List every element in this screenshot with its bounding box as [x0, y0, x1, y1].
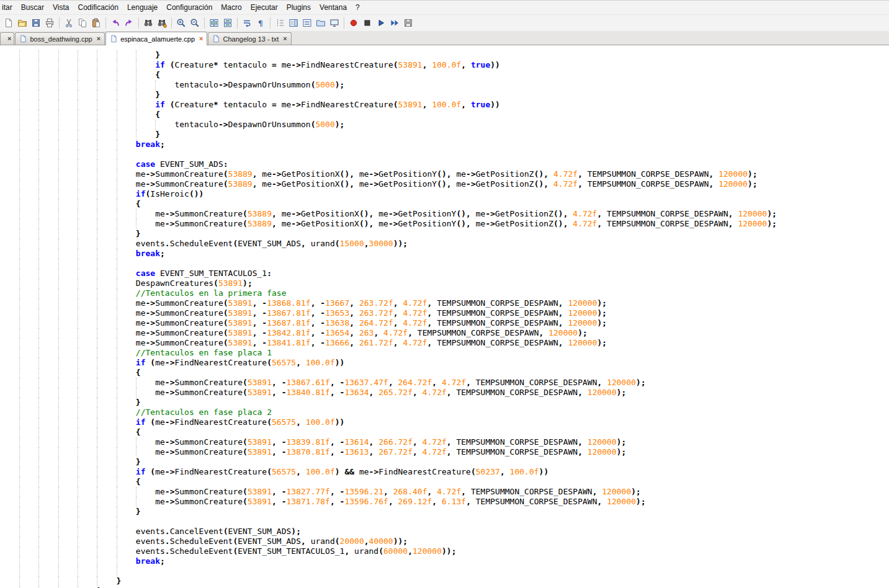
indent-guide: [78, 110, 78, 120]
code-line: }: [0, 507, 889, 517]
indent-guide: [19, 527, 20, 537]
indent-guide: [117, 259, 117, 269]
indent-guide: [38, 556, 39, 566]
macro-stop-button[interactable]: [360, 16, 374, 30]
menu-item-lenguaje[interactable]: Lenguaje: [123, 1, 162, 14]
indent-guide: [136, 388, 136, 398]
code-line: {: [0, 110, 889, 120]
macro-play-button[interactable]: [374, 16, 388, 30]
indent-guide: [78, 408, 78, 417]
indent-guide: [78, 318, 78, 328]
indent-guide: [58, 556, 59, 566]
indent-guide: [117, 239, 117, 249]
indent-guide: [117, 209, 117, 219]
tab-boss-deathwing-cpp[interactable]: boss_deathwing.cpp×: [15, 32, 105, 45]
menu-item-macro[interactable]: Macro: [217, 1, 246, 14]
function-list-button[interactable]: [300, 16, 314, 30]
macro-record-icon: [349, 18, 359, 28]
code-line: {: [0, 368, 889, 378]
indent-guide: [78, 417, 78, 427]
indent-guide-button[interactable]: [273, 16, 287, 30]
document-map-button[interactable]: [287, 16, 300, 30]
macro-save-button[interactable]: [401, 16, 415, 30]
indent-guide: [38, 338, 39, 348]
indent-guide: [117, 169, 117, 179]
tab-espinaca-alamuerte-cpp[interactable]: espinaca_alamuerte.cpp×: [105, 32, 207, 45]
tab-close-button[interactable]: ×: [97, 35, 101, 42]
tab-label: Changelog 13 - txt: [223, 35, 279, 43]
indent-guide: [117, 388, 117, 398]
menu-item-configuracion[interactable]: Configuración: [162, 1, 217, 14]
indent-guide: [78, 278, 78, 288]
indent-guide: [97, 447, 97, 457]
zoom-out-button[interactable]: [188, 16, 202, 30]
indent-guide: [38, 497, 39, 507]
print-button[interactable]: [43, 16, 56, 30]
tab-close-button[interactable]: ×: [7, 35, 11, 42]
show-all-chars-button[interactable]: ¶: [254, 16, 267, 30]
indent-guide: [117, 298, 117, 308]
new-file-button[interactable]: [2, 16, 16, 30]
tab-truncated[interactable]: ×: [0, 32, 14, 45]
save-button[interactable]: [29, 16, 43, 30]
menu-item-plugins[interactable]: Plugins: [282, 1, 315, 14]
word-wrap-icon: [242, 18, 252, 28]
indent-guide: [58, 566, 59, 576]
menu-item-codificacion[interactable]: Codificación: [74, 1, 123, 14]
redo-button[interactable]: [122, 16, 136, 30]
tab-label: espinaca_alamuerte.cpp: [120, 35, 195, 43]
monitoring-button[interactable]: [328, 16, 341, 30]
indent-guide: [78, 447, 78, 457]
indent-guide: [97, 537, 97, 546]
indent-guide: [38, 60, 39, 70]
folder-as-workspace-button[interactable]: [314, 16, 328, 30]
macro-run-multiple-button[interactable]: [388, 16, 401, 30]
sync-scroll-v-button[interactable]: [207, 16, 221, 30]
macro-stop-icon: [362, 18, 372, 28]
indent-guide: [38, 130, 39, 140]
code-line: }: [0, 90, 889, 100]
undo-button[interactable]: [109, 16, 122, 30]
code-area[interactable]: } if (Creature* tentaculo = me->FindNear…: [0, 45, 889, 588]
tab-close-button[interactable]: ×: [199, 35, 203, 42]
cut-button[interactable]: [62, 16, 76, 30]
open-folder-button[interactable]: [16, 16, 29, 30]
menu-item-ventana[interactable]: Ventana: [315, 1, 351, 14]
indent-guide: [19, 437, 20, 447]
find-button[interactable]: [141, 16, 155, 30]
copy-button[interactable]: [76, 16, 89, 30]
indent-guide: [78, 457, 78, 467]
macro-record-button[interactable]: [347, 16, 360, 30]
indent-guide: [58, 209, 59, 219]
indent-guide: [97, 298, 97, 308]
indent-guide: [97, 487, 97, 497]
menu-item-itar[interactable]: itar: [0, 1, 17, 14]
indent-guide: [97, 417, 97, 427]
indent-guide: [117, 507, 117, 517]
indent-guide: [97, 576, 97, 586]
zoom-in-button[interactable]: [174, 16, 188, 30]
indent-guide: [58, 179, 59, 189]
paste-button[interactable]: [89, 16, 103, 30]
menu-item-help[interactable]: ?: [351, 1, 364, 14]
indent-guide: [38, 288, 39, 298]
indent-guide: [19, 497, 20, 507]
find-replace-button[interactable]: [155, 16, 169, 30]
tab-changelog-13-txt[interactable]: Changelog 13 - txt×: [208, 32, 291, 45]
word-wrap-button[interactable]: [240, 16, 254, 30]
indent-guide: [97, 437, 97, 447]
tab-close-button[interactable]: ×: [283, 35, 287, 42]
indent-guide: [19, 348, 20, 358]
indent-guide: [117, 179, 117, 189]
indent-guide: [58, 130, 59, 140]
indent-guide: [136, 219, 136, 229]
menu-item-ejecutar[interactable]: Ejecutar: [246, 1, 282, 14]
menu-item-buscar[interactable]: Buscar: [17, 1, 48, 14]
indent-guide: [136, 497, 136, 507]
print-icon: [45, 18, 55, 28]
menu-item-vista[interactable]: Vista: [48, 1, 73, 14]
indent-guide: [78, 537, 78, 546]
indent-guide: [117, 497, 117, 507]
sync-scroll-h-button[interactable]: [221, 16, 235, 30]
indent-guide: [78, 477, 78, 487]
